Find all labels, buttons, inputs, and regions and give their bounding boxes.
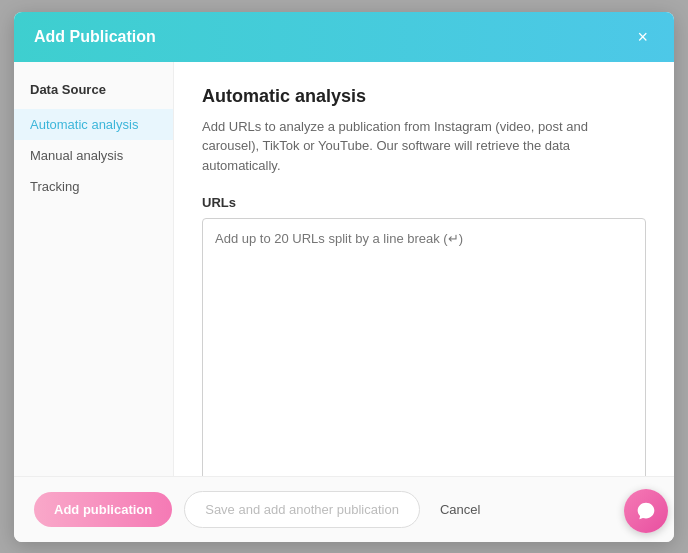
cancel-button[interactable]: Cancel xyxy=(432,492,488,527)
sidebar-item-tracking[interactable]: Tracking xyxy=(14,171,173,202)
urls-label: URLs xyxy=(202,195,646,210)
modal-body: Data Source Automatic analysis Manual an… xyxy=(14,62,674,476)
modal-header: Add Publication × xyxy=(14,12,674,62)
add-publication-modal: Add Publication × Data Source Automatic … xyxy=(14,12,674,542)
urls-textarea[interactable] xyxy=(202,218,646,476)
chat-button[interactable] xyxy=(624,489,668,533)
save-and-add-button[interactable]: Save and add another publication xyxy=(184,491,420,528)
modal-title: Add Publication xyxy=(34,28,156,46)
sidebar-item-automatic-analysis[interactable]: Automatic analysis xyxy=(14,109,173,140)
close-button[interactable]: × xyxy=(631,26,654,48)
section-description: Add URLs to analyze a publication from I… xyxy=(202,117,646,176)
sidebar-section-title: Data Source xyxy=(14,82,173,109)
main-content: Automatic analysis Add URLs to analyze a… xyxy=(174,62,674,476)
sidebar: Data Source Automatic analysis Manual an… xyxy=(14,62,174,476)
section-title: Automatic analysis xyxy=(202,86,646,107)
modal-footer: Add publication Save and add another pub… xyxy=(14,476,674,542)
add-publication-button[interactable]: Add publication xyxy=(34,492,172,527)
sidebar-item-manual-analysis[interactable]: Manual analysis xyxy=(14,140,173,171)
